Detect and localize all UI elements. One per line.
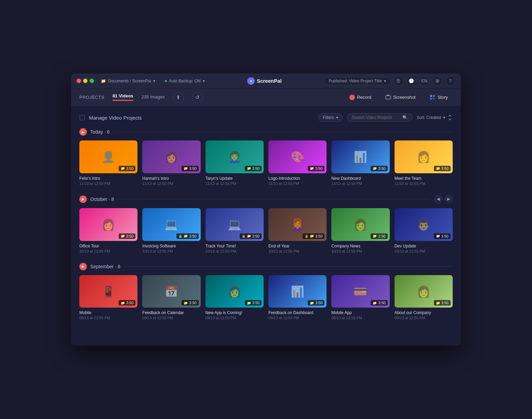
upload-button[interactable]: ⬆ (173, 92, 184, 103)
filters-button[interactable]: Filters ▾ (318, 113, 343, 122)
expand-september[interactable]: ▶ (79, 263, 87, 270)
toolbar: PROJECTS 81 Videos 235 Images ⬆ ↺ Record (71, 89, 461, 106)
list-item[interactable]: 💻 🔒 📁 3:50 Track Your Time! 10/13 at 12:… (205, 208, 264, 253)
tab-videos[interactable]: 81 Videos (112, 93, 133, 102)
nav-next-october[interactable]: ▶ (444, 195, 453, 203)
list-item[interactable]: 👩‍🦰 🔒 📁 3:50 End of Year 10/13 at 12:55 … (268, 208, 327, 253)
folder-icon: 📁 (436, 234, 440, 238)
list-item[interactable]: 🎨 📁 3:50 Logo Introduction 11/13 at 12:5… (268, 140, 327, 186)
list-item[interactable]: 📊 📁 3:50 New Dashboard 11/13 at 12:55 PM (331, 140, 389, 186)
list-item[interactable]: 📱 📁 3:50 Mobile 09/13 at 12:55 PM (79, 275, 137, 320)
tab-images[interactable]: 235 Images (142, 94, 165, 100)
list-item[interactable]: 👩 📁 3:50 Hannah's Intro 11/13 at 12:55 P… (142, 140, 200, 186)
language-button[interactable]: EN (419, 76, 429, 86)
video-duration-badge: 📁 3:50 (119, 300, 135, 306)
logo-icon: ● (247, 77, 255, 85)
video-grid-october: 👩 📁 3:50 Office Tour 10/13 at 12:55 PM 💻… (79, 208, 453, 253)
folder-icon: 📁 (436, 166, 440, 170)
video-thumbnail: 💻 🔒 📁 3:50 (205, 208, 264, 241)
video-thumbnail: 📊 📁 3:50 (331, 140, 389, 173)
video-thumbnail: 💻 🔒 📁 3:50 (142, 208, 200, 241)
story-icon (429, 94, 436, 100)
duration-label: 3:50 (315, 234, 322, 238)
menu-button[interactable]: ☰ (393, 76, 403, 86)
section-header-september: ▶ September · 6 (79, 263, 453, 270)
screenshot-icon (385, 94, 391, 100)
list-item[interactable]: 👩 📁 3:50 Office Tour 10/13 at 12:55 PM (79, 208, 137, 253)
duration-label: 3:50 (252, 301, 260, 305)
video-duration-badge: 📁 3:50 (308, 300, 324, 306)
video-date: 09/13 at 12:55 PM (79, 316, 137, 320)
list-item[interactable]: 💻 🔒 📁 3:50 Invoicing Software 10/13 at 1… (142, 208, 200, 253)
maximize-button[interactable] (90, 79, 94, 83)
folder-icon: 📁 (310, 234, 314, 238)
video-thumbnail: 👩‍🦱 📁 3:50 (205, 140, 264, 173)
duration-label: 3:50 (189, 301, 196, 305)
duration-label: 3:50 (126, 234, 133, 238)
list-item[interactable]: 📊 📁 3:50 Feedback on Dashboard 09/13 at … (268, 275, 327, 320)
help-button[interactable]: ? (445, 76, 455, 86)
chevron-down-icon-filter: ▾ (336, 115, 338, 120)
video-grid-september: 📱 📁 3:50 Mobile 09/13 at 12:55 PM 📅 📁 3:… (79, 275, 453, 320)
layers-button[interactable]: ⊞ (432, 76, 442, 86)
path-breadcrumb[interactable]: 📁 Documents / ScreenPal ▾ (101, 79, 155, 83)
svg-rect-3 (433, 95, 435, 97)
select-all-checkbox[interactable] (79, 115, 85, 120)
search-input[interactable] (352, 115, 400, 120)
toolbar-right: Record Screenshot Story (345, 92, 453, 103)
duration-label: 3:50 (252, 166, 260, 171)
autobackup-status[interactable]: Auto Backup: ON ▾ (165, 79, 205, 83)
list-item[interactable]: 👩 📁 3:50 Meet the Team 11/13 at 12:55 PM (395, 140, 453, 186)
folder-icon: 📁 (247, 301, 251, 305)
list-item[interactable]: 💳 📁 3:50 Mobile App 09/13 at 12:55 PM (331, 275, 389, 320)
story-button[interactable]: Story (425, 92, 453, 103)
path-label: Documents / ScreenPal (108, 79, 151, 83)
video-thumbnail: 🎨 📁 3:50 (268, 140, 327, 173)
manage-right: Filters ▾ 🔍 Sort: Created ▾ (318, 113, 453, 122)
list-item[interactable]: 👩 📁 3:50 New App is Coming! 09/13 at 12:… (205, 275, 264, 320)
history-button[interactable]: 🕐 (406, 76, 416, 86)
list-item[interactable]: 👤 📁 3:50 Felix's Intro 11/13 at 12:55 PM (79, 140, 137, 186)
refresh-button[interactable]: ↺ (192, 92, 203, 103)
record-dot (349, 95, 355, 100)
video-thumbnail: 👩 📁 3:50 (142, 140, 200, 173)
video-title: Logo Introduction (268, 176, 327, 181)
published-dropdown[interactable]: Published: Video Project Title ▾ (324, 77, 390, 85)
expand-october[interactable]: ▶ (79, 195, 87, 203)
duration-label: 3:50 (252, 234, 260, 238)
video-thumbnail: 👩 📁 3:50 (395, 275, 453, 308)
screenshot-button[interactable]: Screenshot (380, 92, 421, 103)
folder-icon: 📁 (310, 301, 314, 305)
duration-label: 3:50 (189, 234, 196, 238)
duration-label: 3:50 (441, 166, 449, 171)
folder-icon: 📁 (373, 166, 377, 170)
svg-rect-0 (386, 96, 390, 99)
folder-icon: 📁 (373, 301, 377, 305)
list-item[interactable]: 👩 📁 3:50 About our Company 09/13 at 12:5… (395, 275, 453, 320)
video-duration-badge: 📁 3:50 (434, 300, 451, 306)
folder-icon: 📁 (184, 301, 188, 305)
video-date: 09/13 at 12:55 PM (331, 316, 389, 320)
expand-today[interactable]: ▶ (79, 128, 87, 136)
close-button[interactable] (77, 79, 81, 83)
list-item[interactable]: 👨 📁 3:50 Dev Update 10/13 at 12:55 PM (395, 208, 453, 253)
video-duration-badge: 📁 3:50 (434, 233, 451, 239)
list-item[interactable]: 👩‍🦱 📁 3:50 Taryn's Update 11/13 at 12:55… (205, 140, 264, 186)
folder-icon: 📁 (310, 166, 314, 170)
video-thumbnail: 👩 📁 3:50 (205, 275, 264, 308)
section-header-today: ▶ Today · 6 (79, 128, 453, 136)
nav-prev-october[interactable]: ◀ (434, 195, 442, 203)
video-title: End of Year (268, 244, 327, 248)
video-title: Felix's Intro (79, 176, 137, 181)
video-duration-badge: 📁 3:50 (182, 166, 198, 171)
list-item[interactable]: 👩 📁 3:50 Company News 10/13 at 12:55 PM (331, 208, 389, 253)
sections-container: ▶ Today · 6 👤 📁 3:50 Felix's Intro 11/13… (79, 128, 453, 320)
minimize-button[interactable] (83, 79, 88, 83)
sort-button[interactable]: Sort: Created ▾ (417, 115, 453, 120)
list-item[interactable]: 📅 📁 3:50 Feedback on Calendar 09/13 at 1… (142, 275, 200, 320)
screenshot-label: Screenshot (393, 95, 416, 100)
record-button[interactable]: Record (345, 93, 376, 102)
video-date: 11/13 at 12:55 PM (205, 181, 264, 186)
video-date: 10/13 at 12:55 PM (268, 249, 327, 253)
video-title: New App is Coming! (205, 310, 264, 315)
